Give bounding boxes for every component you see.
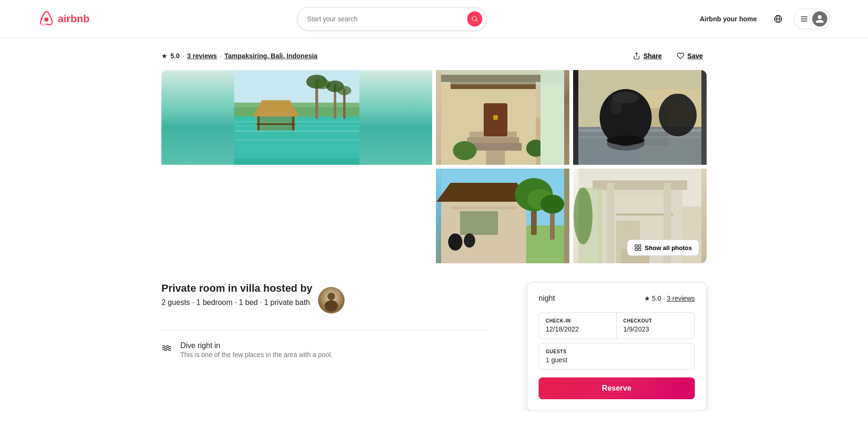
star-icon: ★ (161, 52, 168, 60)
svg-point-27 (337, 86, 351, 95)
share-label: Share (643, 52, 662, 60)
price-row: night ★ 5.0 · 3 reviews (539, 294, 695, 303)
avatar-icon (815, 14, 824, 24)
hamburger-icon (800, 15, 808, 23)
dot-card: · (663, 295, 665, 302)
waves-icon (161, 342, 173, 354)
svg-point-40 (453, 141, 477, 160)
search-button[interactable] (467, 11, 482, 27)
svg-rect-38 (493, 115, 498, 120)
card-rating: 5.0 (652, 295, 661, 302)
svg-point-79 (574, 188, 593, 244)
amenity-row-1: Dive right in This is one of the few pla… (161, 341, 489, 358)
svg-point-69 (464, 233, 475, 248)
airbnb-logo-icon (38, 10, 55, 27)
amenity-title-1: Dive right in (180, 341, 332, 350)
svg-rect-11 (234, 126, 360, 126)
header-right: Airbnb your home (694, 9, 830, 29)
amenity-text-1: Dive right in This is one of the few pla… (180, 341, 332, 358)
search-input[interactable] (307, 15, 462, 23)
svg-rect-85 (639, 248, 641, 251)
save-button[interactable]: Save (673, 49, 707, 63)
photo-2-scene (436, 70, 569, 165)
card-reviews-link[interactable]: 3 reviews (667, 295, 695, 302)
share-icon (633, 52, 640, 60)
listing-subtitle: 2 guests · 1 bedroom · 1 bed · 1 private… (161, 298, 312, 307)
svg-point-56 (607, 136, 645, 151)
header: airbnb Airbnb your home (0, 0, 868, 38)
rating-left: ★ 5.0 · 3 reviews · Tampaksiring, Bali, … (161, 52, 318, 60)
svg-rect-10 (234, 121, 360, 122)
photo-3-scene (573, 70, 707, 165)
checkout-value: 1/9/2023 (623, 325, 688, 333)
host-row: Private room in villa hosted by 2 guests… (161, 282, 489, 318)
svg-point-53 (611, 97, 622, 114)
price-rating-section: ★ 5.0 · 3 reviews (644, 295, 695, 302)
location-link[interactable]: Tampaksiring, Bali, Indonesia (224, 52, 318, 60)
photo-2[interactable] (436, 70, 569, 165)
rating-right: Share Save (629, 49, 707, 63)
host-photo (318, 287, 345, 314)
svg-rect-35 (467, 137, 519, 143)
host-avatar-image (318, 287, 345, 314)
photo-3[interactable] (573, 70, 707, 165)
heart-icon (677, 52, 684, 60)
svg-point-68 (448, 233, 462, 251)
svg-rect-28 (234, 158, 360, 165)
user-avatar (812, 11, 827, 27)
svg-rect-84 (635, 248, 638, 251)
svg-rect-14 (234, 149, 360, 150)
photo-4-scene (436, 169, 569, 263)
checkin-cell[interactable]: CHECK-IN 12/18/2022 (539, 313, 617, 339)
save-label: Save (687, 52, 703, 60)
photo-5[interactable]: Show all photos (573, 169, 707, 263)
listing-section: Private room in villa hosted by 2 guests… (161, 282, 707, 411)
photo-grid-right: Show all photos (436, 70, 707, 263)
date-grid[interactable]: CHECK-IN 12/18/2022 CHECKOUT 1/9/2023 (539, 312, 695, 339)
reserve-button[interactable]: Reserve (539, 377, 695, 399)
guests-label: GUESTS (546, 349, 688, 354)
svg-point-55 (668, 94, 687, 101)
svg-rect-43 (441, 70, 564, 84)
show-all-photos-button[interactable]: Show all photos (627, 240, 699, 256)
checkin-value: 12/18/2022 (546, 325, 610, 333)
globe-icon (774, 15, 782, 23)
main-photo[interactable] (161, 70, 432, 165)
svg-rect-13 (234, 140, 360, 141)
reviews-link[interactable]: 3 reviews (187, 52, 217, 60)
svg-point-67 (540, 195, 564, 214)
svg-rect-39 (486, 151, 505, 165)
svg-rect-62 (460, 211, 498, 235)
logo[interactable]: airbnb (38, 10, 89, 27)
search-icon (471, 16, 478, 22)
amenity-desc-1: This is one of the few places in the are… (180, 351, 332, 358)
guests-cell[interactable]: GUESTS 1 guest (539, 343, 695, 370)
svg-rect-83 (639, 245, 641, 247)
language-button[interactable] (770, 11, 786, 27)
checkin-label: CHECK-IN (546, 318, 610, 323)
search-bar[interactable] (297, 7, 487, 31)
price-night-label: night (539, 294, 555, 302)
svg-rect-82 (635, 245, 638, 247)
show-all-photos-label: Show all photos (645, 244, 692, 251)
star-icon-card: ★ (644, 295, 650, 302)
price-display: night (539, 294, 555, 303)
rating-score: 5.0 (170, 52, 179, 60)
listing-left: Private room in villa hosted by 2 guests… (161, 282, 489, 411)
photo-4[interactable] (436, 169, 569, 263)
grid-icon (634, 244, 642, 251)
airbnb-home-link[interactable]: Airbnb your home (694, 11, 762, 27)
svg-point-88 (328, 293, 335, 300)
svg-rect-20 (257, 124, 295, 125)
svg-point-89 (325, 300, 338, 312)
logo-text: airbnb (58, 13, 89, 25)
main-content: ★ 5.0 · 3 reviews · Tampaksiring, Bali, … (150, 38, 718, 411)
svg-rect-61 (451, 206, 517, 209)
checkout-cell[interactable]: CHECKOUT 1/9/2023 (617, 313, 694, 339)
main-photo-scene (161, 70, 432, 165)
dot-separator-2: · (220, 52, 221, 60)
guests-value: 1 guest (546, 356, 688, 364)
share-button[interactable]: Share (629, 49, 665, 63)
user-menu[interactable] (794, 9, 830, 29)
dot-separator: · (182, 52, 184, 60)
